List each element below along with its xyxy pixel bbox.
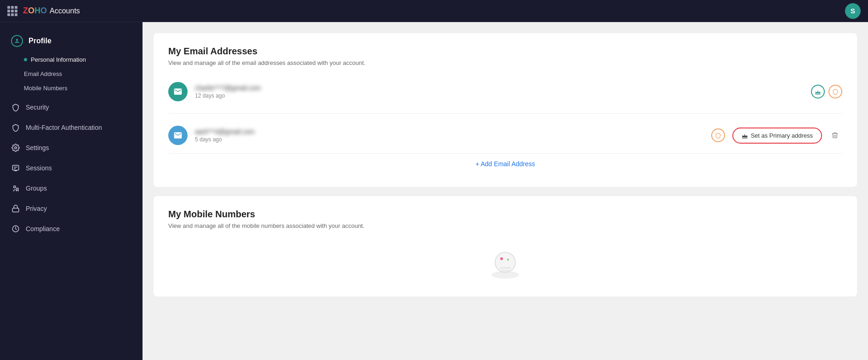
email-time-1: 12 days ago: [195, 93, 804, 99]
svg-point-1: [15, 147, 17, 149]
shield-badge-1: [828, 85, 842, 99]
svg-point-5: [14, 186, 16, 188]
personal-info-label: Personal Information: [31, 56, 86, 63]
email-address-2: aarti***4@gmail.com: [195, 128, 704, 135]
settings-label: Settings: [26, 144, 49, 151]
sidebar-item-profile[interactable]: Profile: [0, 29, 143, 52]
email-avatar-1: [168, 82, 188, 101]
add-email-link[interactable]: + Add Email Address: [168, 153, 842, 174]
active-dot: [24, 58, 27, 61]
mobile-illustration: [487, 250, 524, 282]
privacy-label: Privacy: [26, 205, 47, 212]
logo-z: Z: [23, 6, 28, 15]
email-address-1: charlie***7@gmail.com: [195, 84, 804, 92]
profile-label: Profile: [29, 37, 51, 45]
apps-grid-icon[interactable]: [7, 6, 17, 16]
sidebar-item-mobile-numbers[interactable]: Mobile Numbers: [0, 81, 143, 95]
email-address-label: Email Address: [24, 70, 62, 77]
email-badges-2: [711, 128, 725, 142]
svg-rect-2: [12, 165, 19, 170]
logo-h: H: [34, 6, 40, 15]
sidebar: Profile Personal Information Email Addre…: [0, 22, 143, 360]
svg-point-10: [495, 252, 515, 273]
delete-email-button[interactable]: [828, 128, 842, 143]
crown-badge-1: [811, 85, 825, 99]
sidebar-item-privacy[interactable]: Privacy: [0, 198, 143, 219]
logo: ZOHO Accounts: [23, 6, 80, 16]
compliance-label: Compliance: [26, 225, 60, 232]
sidebar-item-security[interactable]: Security: [0, 97, 143, 117]
settings-icon: [11, 143, 20, 152]
email-time-2: 5 days ago: [195, 136, 704, 143]
main-content: My Email Addresses View and manage all o…: [143, 22, 868, 360]
logo-o1: O: [28, 6, 34, 15]
mfa-label: Multi-Factor Authentication: [26, 124, 102, 131]
shield-icon: [11, 103, 20, 112]
email-actions-2: Set as Primary address: [732, 128, 842, 144]
email-info-1: charlie***7@gmail.com 12 days ago: [195, 84, 804, 99]
mobile-numbers-card: My Mobile Numbers View and manage all of…: [154, 196, 857, 296]
svg-point-0: [16, 39, 18, 41]
svg-rect-7: [12, 208, 19, 212]
sessions-icon: [11, 163, 20, 173]
email-info-2: aarti***4@gmail.com 5 days ago: [195, 128, 704, 143]
email-addresses-card: My Email Addresses View and manage all o…: [154, 33, 857, 187]
logo-o2: O: [40, 6, 47, 15]
mobile-section-subtitle: View and manage all of the mobile number…: [168, 222, 842, 229]
compliance-icon: [11, 224, 20, 233]
sessions-label: Sessions: [26, 164, 52, 172]
top-navigation: ZOHO Accounts S: [0, 0, 868, 22]
app-name: Accounts: [50, 7, 80, 15]
groups-label: Groups: [26, 185, 47, 192]
privacy-icon: [11, 204, 20, 213]
groups-icon: [11, 184, 20, 193]
add-email-label: + Add Email Address: [475, 160, 535, 168]
sidebar-item-mfa[interactable]: Multi-Factor Authentication: [0, 117, 143, 138]
sidebar-item-personal-info[interactable]: Personal Information: [0, 52, 143, 67]
svg-point-14: [507, 259, 509, 261]
profile-icon: [11, 35, 23, 47]
mfa-icon: [11, 123, 20, 132]
mobile-placeholder: [168, 240, 842, 284]
security-label: Security: [26, 104, 49, 111]
email-section-subtitle: View and manage all of the email address…: [168, 59, 842, 66]
email-section-title: My Email Addresses: [168, 46, 842, 57]
sidebar-item-groups[interactable]: Groups: [0, 178, 143, 198]
svg-rect-12: [501, 270, 510, 272]
mobile-section-title: My Mobile Numbers: [168, 209, 842, 220]
set-primary-button[interactable]: Set as Primary address: [732, 128, 822, 144]
email-badges-1: [811, 85, 842, 99]
sidebar-item-compliance[interactable]: Compliance: [0, 219, 143, 239]
sidebar-item-email-address[interactable]: Email Address: [0, 67, 143, 81]
sidebar-item-sessions[interactable]: Sessions: [0, 158, 143, 178]
email-avatar-2: [168, 126, 188, 145]
shield-badge-2: [711, 128, 725, 142]
mobile-numbers-label: Mobile Numbers: [24, 85, 68, 92]
user-avatar[interactable]: S: [845, 3, 861, 19]
sidebar-item-settings[interactable]: Settings: [0, 138, 143, 158]
svg-point-13: [500, 257, 503, 260]
email-row-2: aarti***4@gmail.com 5 days ago Set as Pr…: [168, 121, 842, 150]
set-primary-label: Set as Primary address: [751, 132, 813, 139]
svg-rect-11: [500, 267, 511, 269]
email-row-1: charlie***7@gmail.com 12 days ago: [168, 77, 842, 106]
